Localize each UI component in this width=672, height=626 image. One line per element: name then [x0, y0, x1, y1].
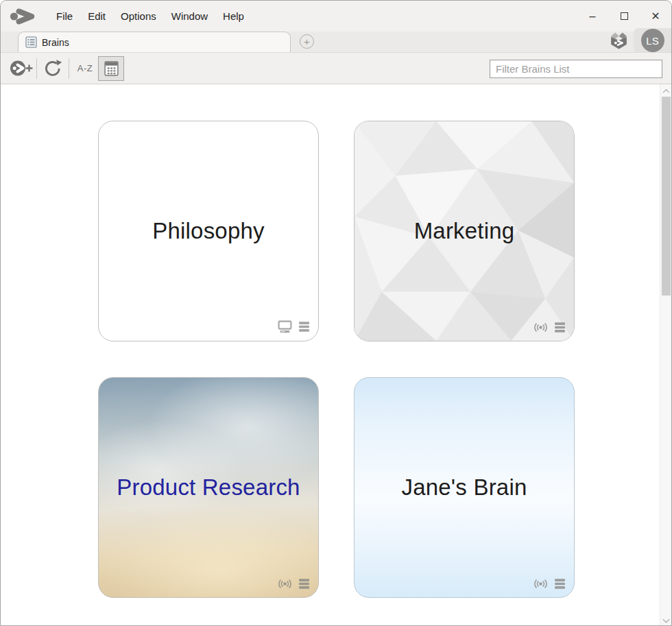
brain-card-footer-icons	[277, 578, 310, 590]
add-brain-button[interactable]	[8, 56, 34, 81]
vertical-scrollbar[interactable]	[660, 84, 671, 626]
grid-view-icon	[104, 60, 119, 77]
scroll-down-button[interactable]	[660, 614, 671, 625]
scroll-up-button[interactable]	[660, 86, 671, 97]
cloud-services-cube-icon[interactable]	[608, 30, 629, 51]
brain-card-product-research[interactable]: Product Research	[98, 377, 319, 598]
sync-status-icon	[533, 322, 549, 333]
app-window: File Edit Options Window Help – ✕ Brains	[0, 0, 672, 626]
menu-file[interactable]: File	[49, 6, 80, 26]
brain-title: Product Research	[117, 474, 300, 501]
tab-brains-label: Brains	[42, 37, 69, 48]
sync-status-icon	[277, 578, 293, 590]
menu-items: File Edit Options Window Help	[49, 6, 252, 26]
tab-brains[interactable]: Brains	[18, 32, 291, 52]
toolbar-separator	[69, 58, 69, 79]
brain-card-footer-icons	[277, 320, 310, 333]
brain-title: Marketing	[414, 218, 515, 244]
minimize-button[interactable]: –	[577, 1, 608, 32]
filter-brains-input[interactable]	[490, 60, 662, 78]
maximize-icon	[621, 12, 628, 20]
sort-az-button[interactable]: A-Z	[72, 56, 98, 81]
refresh-button[interactable]	[40, 56, 66, 81]
refresh-icon	[43, 58, 63, 79]
brain-card-footer-icons	[533, 578, 566, 590]
brains-grid: Philosophy	[1, 84, 671, 626]
account-avatar[interactable]: LS	[641, 29, 664, 52]
add-brain-icon	[9, 58, 33, 79]
brain-card-footer-icons	[533, 322, 566, 333]
brains-list-icon	[25, 36, 37, 48]
brain-card-marketing[interactable]: Marketing	[354, 121, 575, 341]
brain-context-menu-icon[interactable]	[298, 321, 310, 333]
menu-options[interactable]: Options	[113, 6, 164, 26]
desktop-local-icon	[277, 320, 293, 333]
scrollbar-thumb[interactable]	[662, 97, 671, 296]
toolbar-separator	[36, 58, 37, 79]
menu-window[interactable]: Window	[164, 6, 215, 26]
tabbar-right-group: LS	[608, 27, 671, 53]
brain-card-philosophy[interactable]: Philosophy	[98, 121, 319, 341]
brain-context-menu-icon[interactable]	[554, 578, 566, 590]
menu-edit[interactable]: Edit	[80, 6, 113, 26]
menu-help[interactable]: Help	[215, 6, 252, 26]
sort-az-label: A-Z	[77, 63, 93, 73]
sync-status-icon	[533, 578, 549, 590]
menu-bar: File Edit Options Window Help – ✕	[1, 1, 671, 32]
thebrain-logo-icon	[9, 7, 38, 26]
brain-title: Jane's Brain	[402, 474, 527, 501]
new-tab-button[interactable]: +	[300, 34, 314, 49]
toolbar: A-Z	[1, 52, 671, 84]
brain-context-menu-icon[interactable]	[298, 578, 310, 590]
chevron-up-icon	[662, 88, 669, 95]
tab-bar: Brains + LS	[1, 32, 671, 52]
brain-card-janes-brain[interactable]: Jane's Brain	[354, 377, 575, 598]
account-avatar-box: LS	[634, 28, 671, 53]
brain-title: Philosophy	[152, 218, 264, 244]
brain-context-menu-icon[interactable]	[554, 322, 566, 333]
chevron-down-icon	[662, 616, 669, 623]
grid-view-toggle[interactable]	[98, 56, 124, 81]
